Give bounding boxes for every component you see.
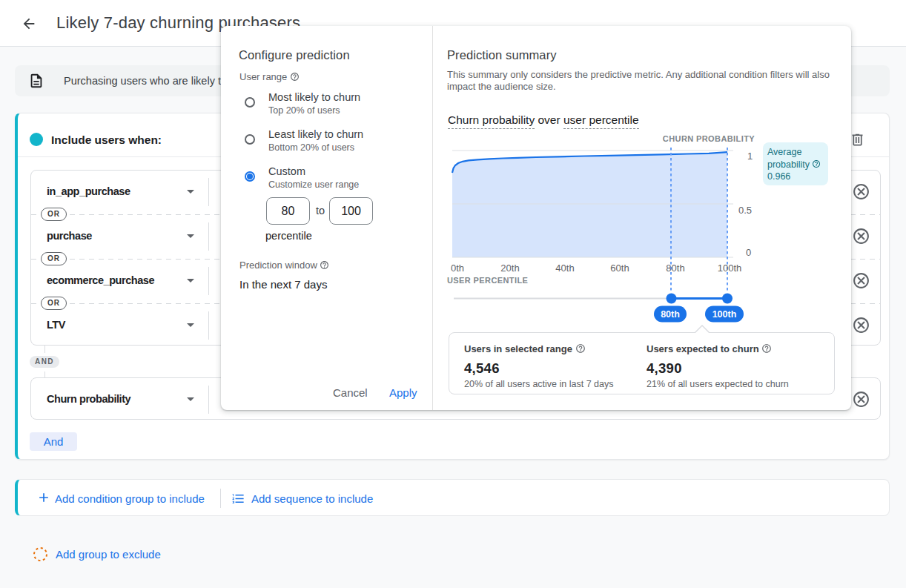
svg-text:40th: 40th — [555, 262, 574, 274]
svg-text:0.5: 0.5 — [738, 205, 752, 216]
svg-text:20th: 20th — [500, 262, 519, 274]
svg-text:80th: 80th — [666, 262, 684, 274]
svg-text:0: 0 — [746, 247, 751, 258]
svg-text:1: 1 — [747, 151, 753, 162]
svg-text:100th: 100th — [718, 262, 742, 274]
svg-text:60th: 60th — [610, 262, 629, 274]
svg-text:0th: 0th — [451, 262, 464, 274]
svg-text:80th: 80th — [661, 309, 680, 320]
svg-text:100th: 100th — [712, 309, 737, 320]
